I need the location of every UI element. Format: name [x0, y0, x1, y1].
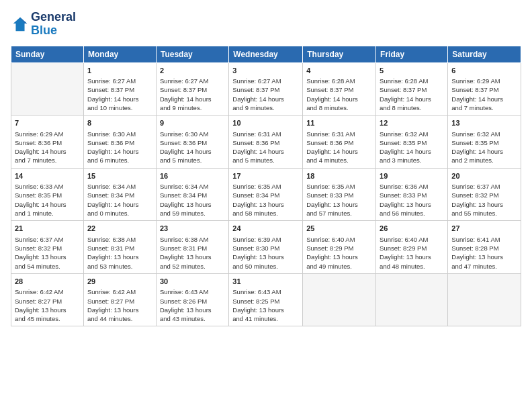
day-number: 24 [232, 224, 299, 234]
day-info: Sunrise: 6:42 AM Sunset: 8:27 PM Dayligh… [87, 287, 152, 323]
calendar-cell: 30Sunrise: 6:43 AM Sunset: 8:26 PM Dayli… [156, 273, 228, 326]
calendar-cell: 5Sunrise: 6:28 AM Sunset: 8:37 PM Daylig… [376, 62, 448, 116]
day-number: 30 [160, 277, 225, 287]
day-number: 10 [232, 118, 299, 128]
day-info: Sunrise: 6:27 AM Sunset: 8:37 PM Dayligh… [87, 77, 152, 112]
calendar-cell [303, 273, 376, 326]
day-number: 13 [451, 118, 517, 128]
calendar-cell: 21Sunrise: 6:37 AM Sunset: 8:32 PM Dayli… [11, 221, 84, 274]
calendar-cell: 20Sunrise: 6:37 AM Sunset: 8:32 PM Dayli… [448, 168, 521, 221]
calendar-week-row: 1Sunrise: 6:27 AM Sunset: 8:37 PM Daylig… [11, 62, 521, 116]
calendar-week-row: 7Sunrise: 6:29 AM Sunset: 8:36 PM Daylig… [11, 116, 521, 169]
day-info: Sunrise: 6:38 AM Sunset: 8:31 PM Dayligh… [87, 235, 152, 271]
day-number: 7 [15, 118, 80, 128]
calendar-cell: 27Sunrise: 6:41 AM Sunset: 8:28 PM Dayli… [448, 221, 521, 274]
weekday-header: Thursday [303, 46, 376, 62]
day-info: Sunrise: 6:32 AM Sunset: 8:35 PM Dayligh… [451, 130, 517, 165]
logo-text: General Blue [31, 11, 76, 38]
day-info: Sunrise: 6:37 AM Sunset: 8:32 PM Dayligh… [451, 182, 517, 218]
day-number: 16 [160, 171, 225, 181]
calendar-cell: 11Sunrise: 6:31 AM Sunset: 8:36 PM Dayli… [303, 116, 376, 169]
calendar-cell: 18Sunrise: 6:35 AM Sunset: 8:33 PM Dayli… [303, 168, 376, 221]
calendar-cell: 1Sunrise: 6:27 AM Sunset: 8:37 PM Daylig… [83, 62, 156, 116]
day-info: Sunrise: 6:34 AM Sunset: 8:34 PM Dayligh… [87, 182, 152, 218]
day-number: 15 [87, 171, 152, 181]
calendar-cell: 8Sunrise: 6:30 AM Sunset: 8:36 PM Daylig… [83, 116, 156, 169]
weekday-header: Tuesday [156, 46, 228, 62]
day-info: Sunrise: 6:43 AM Sunset: 8:25 PM Dayligh… [232, 287, 299, 323]
weekday-header: Wednesday [229, 46, 303, 62]
page: General Blue SundayMondayTuesdayWednesda… [0, 0, 532, 411]
day-info: Sunrise: 6:43 AM Sunset: 8:26 PM Dayligh… [160, 287, 225, 323]
calendar-cell: 4Sunrise: 6:28 AM Sunset: 8:37 PM Daylig… [303, 62, 376, 116]
day-info: Sunrise: 6:28 AM Sunset: 8:37 PM Dayligh… [306, 77, 372, 112]
calendar-cell: 19Sunrise: 6:36 AM Sunset: 8:33 PM Dayli… [376, 168, 448, 221]
day-number: 14 [15, 171, 80, 181]
calendar-cell [11, 62, 84, 116]
day-number: 28 [15, 277, 80, 287]
day-info: Sunrise: 6:41 AM Sunset: 8:28 PM Dayligh… [451, 235, 517, 271]
calendar-cell: 3Sunrise: 6:27 AM Sunset: 8:37 PM Daylig… [229, 62, 303, 116]
calendar-cell: 23Sunrise: 6:38 AM Sunset: 8:31 PM Dayli… [156, 221, 228, 274]
day-number: 27 [451, 224, 517, 234]
header: General Blue [11, 11, 521, 38]
day-number: 19 [380, 171, 444, 181]
day-info: Sunrise: 6:35 AM Sunset: 8:33 PM Dayligh… [306, 182, 372, 218]
day-number: 4 [306, 66, 372, 76]
calendar-cell: 7Sunrise: 6:29 AM Sunset: 8:36 PM Daylig… [11, 116, 84, 169]
day-info: Sunrise: 6:29 AM Sunset: 8:36 PM Dayligh… [15, 130, 80, 165]
calendar-cell: 31Sunrise: 6:43 AM Sunset: 8:25 PM Dayli… [229, 273, 303, 326]
day-info: Sunrise: 6:42 AM Sunset: 8:27 PM Dayligh… [15, 287, 80, 323]
calendar-cell: 15Sunrise: 6:34 AM Sunset: 8:34 PM Dayli… [83, 168, 156, 221]
logo-icon [11, 15, 30, 34]
logo: General Blue [11, 11, 76, 38]
day-info: Sunrise: 6:34 AM Sunset: 8:34 PM Dayligh… [160, 182, 225, 218]
calendar-week-row: 28Sunrise: 6:42 AM Sunset: 8:27 PM Dayli… [11, 273, 521, 326]
day-number: 12 [380, 118, 444, 128]
calendar-cell [376, 273, 448, 326]
day-number: 6 [451, 66, 517, 76]
day-number: 1 [87, 66, 152, 76]
weekday-header: Friday [376, 46, 448, 62]
day-info: Sunrise: 6:40 AM Sunset: 8:29 PM Dayligh… [306, 235, 372, 271]
day-number: 26 [380, 224, 444, 234]
calendar-cell: 12Sunrise: 6:32 AM Sunset: 8:35 PM Dayli… [376, 116, 448, 169]
day-info: Sunrise: 6:33 AM Sunset: 8:35 PM Dayligh… [15, 182, 80, 218]
day-info: Sunrise: 6:30 AM Sunset: 8:36 PM Dayligh… [87, 130, 152, 165]
day-number: 5 [380, 66, 444, 76]
day-number: 20 [451, 171, 517, 181]
calendar-cell: 13Sunrise: 6:32 AM Sunset: 8:35 PM Dayli… [448, 116, 521, 169]
day-number: 17 [232, 171, 299, 181]
calendar-week-row: 21Sunrise: 6:37 AM Sunset: 8:32 PM Dayli… [11, 221, 521, 274]
day-info: Sunrise: 6:37 AM Sunset: 8:32 PM Dayligh… [15, 235, 80, 271]
day-info: Sunrise: 6:29 AM Sunset: 8:37 PM Dayligh… [451, 77, 517, 112]
weekday-header: Saturday [448, 46, 521, 62]
calendar-cell: 24Sunrise: 6:39 AM Sunset: 8:30 PM Dayli… [229, 221, 303, 274]
day-info: Sunrise: 6:40 AM Sunset: 8:29 PM Dayligh… [380, 235, 444, 271]
calendar-table: SundayMondayTuesdayWednesdayThursdayFrid… [11, 46, 521, 327]
calendar-cell: 6Sunrise: 6:29 AM Sunset: 8:37 PM Daylig… [448, 62, 521, 116]
day-info: Sunrise: 6:36 AM Sunset: 8:33 PM Dayligh… [380, 182, 444, 218]
day-number: 21 [15, 224, 80, 234]
calendar-cell: 26Sunrise: 6:40 AM Sunset: 8:29 PM Dayli… [376, 221, 448, 274]
day-info: Sunrise: 6:27 AM Sunset: 8:37 PM Dayligh… [232, 77, 299, 112]
calendar-cell: 16Sunrise: 6:34 AM Sunset: 8:34 PM Dayli… [156, 168, 228, 221]
calendar-cell: 29Sunrise: 6:42 AM Sunset: 8:27 PM Dayli… [83, 273, 156, 326]
day-number: 29 [87, 277, 152, 287]
weekday-header: Monday [83, 46, 156, 62]
day-number: 2 [160, 66, 225, 76]
calendar-cell: 10Sunrise: 6:31 AM Sunset: 8:36 PM Dayli… [229, 116, 303, 169]
day-number: 22 [87, 224, 152, 234]
calendar-cell: 9Sunrise: 6:30 AM Sunset: 8:36 PM Daylig… [156, 116, 228, 169]
calendar-cell: 25Sunrise: 6:40 AM Sunset: 8:29 PM Dayli… [303, 221, 376, 274]
day-info: Sunrise: 6:38 AM Sunset: 8:31 PM Dayligh… [160, 235, 225, 271]
day-number: 25 [306, 224, 372, 234]
calendar-cell: 28Sunrise: 6:42 AM Sunset: 8:27 PM Dayli… [11, 273, 84, 326]
calendar-cell: 2Sunrise: 6:27 AM Sunset: 8:37 PM Daylig… [156, 62, 228, 116]
day-info: Sunrise: 6:30 AM Sunset: 8:36 PM Dayligh… [160, 130, 225, 165]
svg-marker-0 [13, 17, 28, 32]
calendar-cell: 14Sunrise: 6:33 AM Sunset: 8:35 PM Dayli… [11, 168, 84, 221]
calendar-week-row: 14Sunrise: 6:33 AM Sunset: 8:35 PM Dayli… [11, 168, 521, 221]
calendar-cell [448, 273, 521, 326]
day-number: 23 [160, 224, 225, 234]
